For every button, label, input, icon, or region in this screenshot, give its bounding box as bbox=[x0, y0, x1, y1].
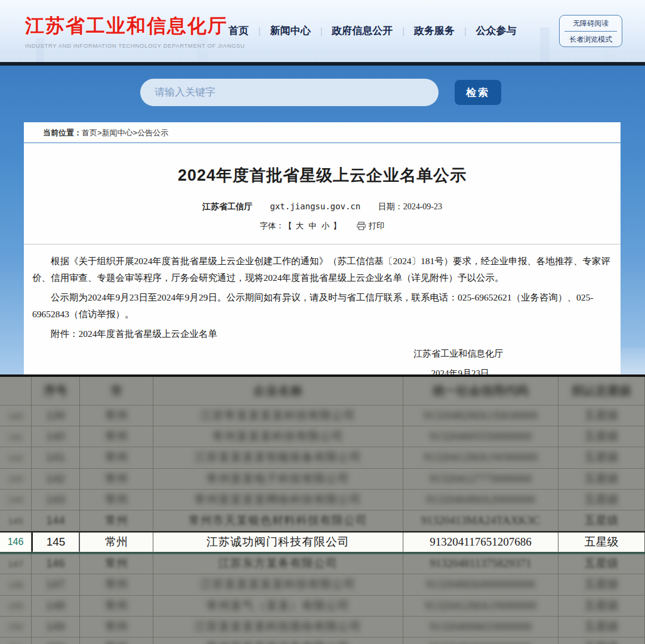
seq-cell: 140 bbox=[32, 426, 80, 447]
article-site-url[interactable]: gxt.jiangsu.gov.cn bbox=[270, 202, 360, 211]
article-toolbar: 字体：【 大 中 小 】 打印 bbox=[24, 221, 621, 231]
star-level-cell: 五星级 bbox=[558, 596, 645, 617]
table-col-code: 统一社会信用代码 bbox=[403, 377, 558, 405]
elder-mode-button[interactable]: 长者浏览模式 bbox=[560, 32, 622, 47]
company-cell: 常州某某某科技有限公司 bbox=[153, 426, 403, 447]
site-header: 江苏省工业和信息化厅 INDUSTRY AND INFORMATION TECH… bbox=[0, 0, 645, 62]
star-level-cell: 五星级 bbox=[558, 574, 645, 595]
star-level-cell: 五星级 bbox=[558, 510, 645, 531]
table-row: 141 140 常州 常州某某某科技有限公司 91320400555000000… bbox=[0, 426, 645, 447]
print-button[interactable]: 打印 bbox=[357, 221, 385, 231]
site-logo[interactable]: 江苏省工业和信息化厅 INDUSTRY AND INFORMATION TECH… bbox=[25, 13, 245, 49]
nav-separator: | bbox=[320, 26, 323, 36]
star-level-cell: 五星级 bbox=[558, 469, 645, 490]
font-size-medium-button[interactable]: 中 bbox=[308, 221, 317, 231]
nav-separator: | bbox=[464, 26, 467, 36]
row-number-cell: 149 bbox=[0, 596, 32, 617]
nav-item-gov-info[interactable]: 政府信息公开 bbox=[332, 24, 393, 38]
page: 江苏省工业和信息化厅 INDUSTRY AND INFORMATION TECH… bbox=[0, 0, 645, 644]
row-number-cell: 147 bbox=[0, 553, 32, 574]
city-cell: 常州 bbox=[80, 447, 153, 468]
mountain-decoration bbox=[618, 348, 645, 374]
table-row: 144 143 常州 常州某某某某网络科技有限公司 91320404MA2000… bbox=[0, 490, 645, 510]
article-paragraph: 根据《关于组织开展2024年度首批省星级上云企业创建工作的通知》（苏工信信基〔2… bbox=[32, 253, 612, 286]
accessibility-box: 无障碍阅读 长者浏览模式 bbox=[559, 15, 622, 47]
article-attachment-line[interactable]: 附件：2024年度首批省星级上云企业名单 bbox=[32, 326, 612, 342]
main-nav: 首页 | 新闻中心 | 政府信息公开 | 政务服务 | 公众参与 bbox=[229, 24, 517, 38]
city-cell: 常州 bbox=[80, 469, 153, 490]
company-cell: 江苏某某某某科技股份有限公司 bbox=[153, 617, 403, 637]
article-meta: 江苏省工信厅 gxt.jiangsu.gov.cn 日期：2024-09-23 bbox=[24, 202, 621, 212]
table-row: 146 145 常州 江苏诚功阀门科技有限公司 9132041176512076… bbox=[0, 531, 645, 553]
table-row: 142 141 常州 江苏某某某某智能装备有限公司 91320412MA1W00… bbox=[0, 447, 645, 468]
breadcrumb: 当前位置：首页>新闻中心>公告公示 bbox=[24, 122, 621, 143]
star-level-cell: 五星级 bbox=[558, 637, 645, 644]
table-row: 140 139 常州 江苏常某某某某科技有限公司 91320482MA1XK00… bbox=[0, 405, 645, 426]
table-row: 143 142 常州 常州某某电子科技有限公司 9132041277700000… bbox=[0, 469, 645, 490]
seq-cell: 149 bbox=[32, 617, 80, 637]
search-bar: 检索 bbox=[140, 79, 504, 106]
font-size-small-button[interactable]: 小 bbox=[322, 221, 330, 231]
seq-cell: 141 bbox=[32, 447, 80, 468]
city-cell: 常州 bbox=[80, 510, 153, 531]
row-number-cell: 141 bbox=[0, 426, 32, 447]
search-input[interactable] bbox=[140, 79, 439, 106]
font-size-label: 字体：【 bbox=[260, 221, 292, 231]
seq-cell: 146 bbox=[32, 553, 80, 574]
star-level-cell: 五星级 bbox=[558, 405, 645, 426]
company-cell: 常州某某某某网络科技有限公司 bbox=[153, 490, 403, 510]
row-number-cell: 142 bbox=[0, 447, 32, 468]
city-cell: 常州 bbox=[80, 532, 153, 552]
seq-cell: 148 bbox=[32, 596, 80, 617]
font-size-large-button[interactable]: 大 bbox=[296, 221, 304, 231]
company-cell: 江苏常某某某某科技有限公司 bbox=[153, 405, 403, 426]
credit-code-cell: 913204127770000000 bbox=[403, 469, 558, 490]
breadcrumb-path[interactable]: 首页>新闻中心>公告公示 bbox=[82, 128, 168, 137]
seq-cell: 150 bbox=[32, 637, 80, 644]
nav-item-participation[interactable]: 公众参与 bbox=[476, 24, 517, 38]
credit-code-cell: 913204005550000000 bbox=[403, 426, 558, 447]
printer-icon bbox=[357, 222, 366, 230]
company-cell: 常州市天某银色材料科技有限公司 bbox=[153, 510, 403, 531]
row-number-cell: 148 bbox=[0, 574, 32, 595]
site-logo-subtitle: INDUSTRY AND INFORMATION TECHNOLOGY DEPA… bbox=[25, 42, 245, 49]
seq-cell: 139 bbox=[32, 405, 80, 426]
city-cell: 常州 bbox=[80, 490, 153, 510]
star-level-cell: 五星级 bbox=[558, 617, 645, 637]
article-source: 江苏省工信厅 bbox=[202, 202, 252, 211]
company-cell: 江苏东方某务有限公司 bbox=[153, 553, 403, 574]
nav-item-services[interactable]: 政务服务 bbox=[414, 24, 455, 38]
table-row: 150 149 常州 江苏某某某某科技股份有限公司 91320400663300… bbox=[0, 617, 645, 637]
table-header-row: 序号 市 企业名称 统一社会信用代码 拟认定星级 bbox=[0, 377, 645, 405]
seq-cell: 147 bbox=[32, 574, 80, 595]
seq-cell: 145 bbox=[32, 532, 80, 552]
nav-item-home[interactable]: 首页 bbox=[229, 24, 249, 38]
company-cell: 江苏某某某某某科技有限公司 bbox=[153, 574, 403, 595]
credit-code-cell: 91320404MA20000000 bbox=[403, 490, 558, 510]
nav-item-news[interactable]: 新闻中心 bbox=[270, 24, 311, 38]
city-cell: 常州 bbox=[80, 553, 153, 574]
credit-code-cell: 913204811375829371 bbox=[403, 553, 558, 574]
table-row: 149 148 常州 常州某气（某某）有限公司 91320412MA1N0000… bbox=[0, 596, 645, 617]
city-cell: 常州 bbox=[80, 637, 153, 644]
seq-cell: 143 bbox=[32, 490, 80, 510]
search-button[interactable]: 检索 bbox=[455, 80, 501, 105]
star-level-cell: 五星级 bbox=[558, 553, 645, 574]
nav-separator: | bbox=[258, 26, 261, 36]
city-cell: 常州 bbox=[80, 617, 153, 637]
barrier-free-reading-button[interactable]: 无障碍阅读 bbox=[560, 16, 622, 31]
city-cell: 常州 bbox=[80, 596, 153, 617]
row-number-cell: 150 bbox=[0, 617, 32, 637]
table-row: 147 146 常州 江苏东方某务有限公司 913204811375829371… bbox=[0, 553, 645, 574]
star-level-cell: 五星级 bbox=[558, 426, 645, 447]
content-background: 检索 当前位置：首页>新闻中心>公告公示 2024年度首批省星级上云企业名单公示… bbox=[0, 66, 645, 374]
table-col-star: 拟认定星级 bbox=[558, 377, 645, 405]
site-logo-title: 江苏省工业和信息化厅 bbox=[25, 13, 245, 39]
company-cell: 江苏诚功阀门科技有限公司 bbox=[153, 532, 403, 552]
row-number-cell: 140 bbox=[0, 405, 32, 426]
star-level-cell: 五星级 bbox=[558, 532, 645, 552]
table-row: 148 147 常州 江苏某某某某某科技有限公司 913204MA0000000… bbox=[0, 574, 645, 595]
print-label: 打印 bbox=[369, 221, 385, 231]
article-paragraph: 公示期为2024年9月23日至2024年9月29日。公示期间如有异议，请及时与省… bbox=[32, 289, 612, 323]
table-body: 140 139 常州 江苏常某某某某科技有限公司 91320482MA1XK00… bbox=[0, 405, 645, 644]
